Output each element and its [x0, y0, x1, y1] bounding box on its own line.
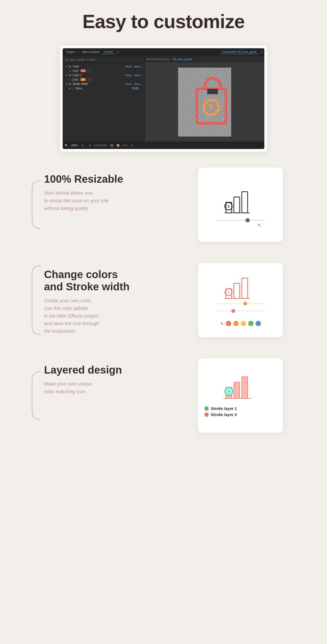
svg-text:$: $ [228, 205, 230, 208]
ae-tab-project[interactable]: Project [64, 50, 77, 54]
ae-tab-composition[interactable]: Composition 05_price_goods [220, 50, 259, 54]
color-dot-5[interactable] [256, 321, 261, 326]
svg-rect-11 [234, 283, 240, 299]
color-dot-3[interactable] [241, 321, 246, 326]
icon-preview-large: $ [189, 68, 231, 131]
layered-icon-preview: $ [222, 373, 259, 402]
color-dots-row: ↖ [220, 321, 261, 326]
comp-name: 05_price_goods [173, 58, 192, 61]
color-dot-4[interactable] [248, 321, 253, 326]
reset-color2[interactable]: Reset [125, 74, 132, 77]
feature-card-layered: $ Stroke layer 1 Stroke layer 2 [198, 358, 283, 433]
colors-icon-preview: $ [223, 274, 258, 301]
ae-right-panel: ■ Ecommerce Set ‹ 05_price_goods [145, 56, 264, 142]
feature-block-layered: Layered design Make your own uniquecolor… [44, 358, 283, 433]
ae-bottom-bar: 🔍 400% ▼ ⊞ 0:00:00:00 📷 🎨 Full ▼ [63, 142, 264, 149]
stroke-value[interactable]: 70,00 [132, 87, 138, 90]
feature-block-resizable: 100% Resizable Json format allows youto … [44, 168, 283, 242]
about-color2[interactable]: About... [134, 74, 142, 77]
svg-rect-6 [242, 192, 248, 213]
feature-desc-resizable: Json format allows youto resize the icon… [44, 189, 187, 212]
svg-rect-5 [234, 197, 240, 213]
ae-left-panel: 05_price_goods › Control ▼ fx Color Rese… [63, 56, 145, 142]
about-stroke[interactable]: About... [134, 83, 142, 85]
color-picker-btn-2[interactable]: ⇒ [87, 78, 92, 81]
bracket-colors [29, 263, 43, 337]
feature-desc-layered: Make your own uniquecolor matching icon. [44, 380, 187, 396]
feature-left-layered: Layered design Make your own uniquecolor… [44, 358, 198, 396]
svg-rect-17 [234, 382, 240, 398]
main-title: Easy to customize [0, 11, 327, 32]
color-swatch-2[interactable] [81, 78, 85, 81]
feature-title-colors: Change colorsand Stroke width [44, 268, 187, 293]
feature-card-resizable: $ ↖ [198, 168, 283, 242]
bracket-resizable [29, 178, 43, 231]
resizable-icon-preview: $ [223, 186, 258, 216]
ae-fx-row-color2: ▼ fx Color 2 Reset About... [63, 73, 145, 77]
color-swatch-1[interactable] [81, 69, 85, 72]
about-color1[interactable]: About... [134, 65, 142, 68]
ae-tab-controls[interactable]: Effect Controls [80, 50, 101, 54]
slider-demo[interactable]: ↖ [217, 218, 264, 223]
layer-labels: Stroke layer 1 Stroke layer 2 [204, 406, 277, 418]
ae-window: Project ✕ Effect Controls Control ☰ Comp… [63, 48, 264, 149]
ae-slider-row: ▶ ◷ Slider 70,00 [63, 86, 145, 91]
layer-label-row-2: Stroke layer 2 [204, 412, 277, 417]
page-container: Easy to customize Project ✕ Effect Contr… [0, 0, 327, 470]
ae-fx-row-color1: ▼ fx Color Reset About... [63, 64, 145, 69]
svg-text:$: $ [228, 389, 230, 393]
feature-left-resizable: 100% Resizable Json format allows youto … [44, 168, 198, 212]
reset-color1[interactable]: Reset [125, 65, 132, 68]
cursor-pointer-icon: ↖ [258, 223, 261, 228]
layer-label-1: Stroke layer 1 [211, 406, 237, 411]
feature-card-colors: $ [198, 263, 283, 337]
ae-path-bar: 05_price_goods › Control [63, 57, 145, 63]
color-dot-1[interactable] [226, 321, 231, 326]
ae-sub-color2: ◷ Color ⇒ [63, 77, 145, 82]
feature-title-resizable: 100% Resizable [44, 173, 187, 185]
layer-dot-2 [204, 413, 209, 417]
features-section: 100% Resizable Json format allows youto … [44, 168, 283, 433]
svg-rect-18 [242, 377, 248, 398]
ae-tabs-bar: Project ✕ Effect Controls Control ☰ Comp… [63, 48, 264, 56]
color-dot-2[interactable] [233, 321, 239, 326]
reset-stroke[interactable]: Reset [125, 83, 132, 85]
feature-block-colors: Change colorsand Stroke width Create you… [44, 263, 283, 337]
screenshot-wrapper: Project ✕ Effect Controls Control ☰ Comp… [60, 46, 267, 152]
ae-canvas: $ [178, 68, 231, 137]
svg-rect-12 [242, 278, 248, 299]
layer-label-row-1: Stroke layer 1 [204, 406, 277, 411]
zoom-level[interactable]: 400% [71, 144, 78, 147]
bracket-layered [29, 369, 43, 422]
color-picker-btn-1[interactable]: ⇒ [87, 69, 92, 72]
timecode[interactable]: 0:00:00:00 [94, 144, 107, 147]
ae-sub-color1: ◷ Color ⇒ [63, 69, 145, 73]
ae-tab-control[interactable]: Control [102, 50, 115, 54]
feature-desc-colors: Create your own color.Use the color pale… [44, 297, 187, 335]
cursor-color-icon: ↖ [220, 321, 224, 326]
zoom-icon: 🔍 [65, 144, 68, 147]
feature-left-colors: Change colorsand Stroke width Create you… [44, 263, 198, 335]
ae-content: 05_price_goods › Control ▼ fx Color Rese… [63, 56, 264, 142]
ae-fx-row-stroke: ▼ fx Stroke Width Reset About... [63, 82, 145, 86]
multi-slider[interactable] [217, 301, 264, 315]
feature-title-layered: Layered design [44, 364, 187, 376]
quality-label[interactable]: Full [123, 144, 127, 147]
svg-text:$: $ [228, 291, 229, 294]
svg-rect-3 [207, 89, 218, 94]
layer-dot-1 [204, 406, 209, 411]
svg-text:$: $ [209, 103, 213, 111]
ae-right-header: ■ Ecommerce Set ‹ 05_price_goods [145, 56, 264, 63]
layer-label-2: Stroke layer 2 [211, 412, 237, 417]
